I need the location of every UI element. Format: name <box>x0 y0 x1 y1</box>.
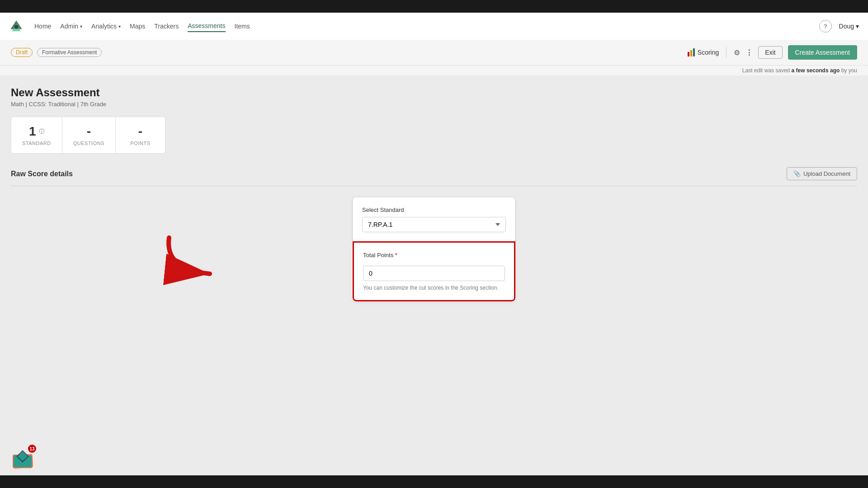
navbar-left: Home Admin ▾ Analytics ▾ Maps Trackers A… <box>9 19 250 33</box>
total-points-input[interactable] <box>363 266 505 281</box>
sub-header-right: Scoring ⚙ ⋮ Exit Create Assessment <box>688 45 857 60</box>
scoring-icon <box>688 48 695 56</box>
divider <box>726 47 726 58</box>
user-name: Doug <box>839 23 854 30</box>
required-star: * <box>393 252 397 258</box>
scoring-button[interactable]: Scoring <box>688 48 719 56</box>
save-suffix: by you <box>841 67 857 74</box>
analytics-chevron: ▾ <box>118 24 121 29</box>
draft-badge: Draft <box>11 48 33 57</box>
formative-badge: Formative Assessment <box>37 48 102 57</box>
help-button[interactable]: ? <box>819 20 832 33</box>
user-menu[interactable]: Doug ▾ <box>839 23 859 30</box>
sub-header: Draft Formative Assessment Scoring ⚙ ⋮ E… <box>0 40 868 66</box>
standard-value: 1 <box>29 124 36 139</box>
form-card: Select Standard 7.RP.A.1 Total Points * … <box>353 197 515 301</box>
assessment-meta: Math | CCSS: Traditional | 7th Grade <box>11 101 857 108</box>
app-logo[interactable] <box>9 19 24 33</box>
save-time: a few seconds ago <box>792 67 840 74</box>
form-card-top: Select Standard 7.RP.A.1 <box>353 197 515 241</box>
points-value: - <box>138 124 142 139</box>
navbar: Home Admin ▾ Analytics ▾ Maps Trackers A… <box>0 13 868 40</box>
scoring-label: Scoring <box>698 49 719 56</box>
arrow-annotation <box>156 233 237 289</box>
stat-standard: 1 ⓘ STANDARD <box>11 117 62 154</box>
save-text: Last edit was saved <box>742 67 790 74</box>
chat-widget[interactable]: 13 <box>11 446 34 470</box>
form-card-bottom: Total Points * You can customize the cut… <box>353 241 515 301</box>
total-points-label: Total Points * <box>363 252 505 258</box>
standard-info-icon[interactable]: ⓘ <box>39 128 44 136</box>
nav-home[interactable]: Home <box>34 21 51 32</box>
save-notice: Last edit was saved a few seconds ago by… <box>0 66 868 75</box>
svg-point-2 <box>14 25 18 29</box>
nav-assessments[interactable]: Assessments <box>188 20 225 32</box>
nav-admin[interactable]: Admin ▾ <box>60 21 82 32</box>
main-content: New Assessment Math | CCSS: Traditional … <box>0 75 868 488</box>
nav-trackers[interactable]: Trackers <box>154 21 179 32</box>
user-chevron: ▾ <box>856 23 859 30</box>
upload-document-button[interactable]: 📎 Upload Document <box>787 167 857 180</box>
create-assessment-button[interactable]: Create Assessment <box>788 45 857 60</box>
nav-analytics[interactable]: Analytics ▾ <box>91 21 121 32</box>
stats-row: 1 ⓘ STANDARD - QUESTIONS - POINTS <box>11 117 857 154</box>
bottom-bar <box>0 475 868 488</box>
raw-score-section-header: Raw Score details 📎 Upload Document <box>11 167 857 186</box>
chat-badge: 13 <box>28 445 36 453</box>
questions-value: - <box>87 124 91 139</box>
navbar-right: ? Doug ▾ <box>819 20 859 33</box>
questions-label: QUESTIONS <box>73 141 104 146</box>
nav-items[interactable]: Items <box>235 21 250 32</box>
stat-points: - POINTS <box>116 117 165 154</box>
admin-chevron: ▾ <box>80 24 82 29</box>
nav-links: Home Admin ▾ Analytics ▾ Maps Trackers A… <box>34 20 250 32</box>
assessment-title: New Assessment <box>11 86 857 99</box>
settings-button[interactable]: ⚙ <box>734 48 740 57</box>
select-standard-label: Select Standard <box>362 206 506 213</box>
form-area: Select Standard 7.RP.A.1 Total Points * … <box>11 197 857 301</box>
top-bar <box>0 0 868 13</box>
paperclip-icon: 📎 <box>793 170 801 177</box>
exit-button[interactable]: Exit <box>758 46 782 59</box>
nav-maps[interactable]: Maps <box>130 21 145 32</box>
standard-select[interactable]: 7.RP.A.1 <box>362 217 506 232</box>
more-options-button[interactable]: ⋮ <box>745 48 753 57</box>
standard-label: STANDARD <box>22 141 51 146</box>
stat-questions: - QUESTIONS <box>62 117 116 154</box>
raw-score-title: Raw Score details <box>11 170 73 178</box>
scoring-hint: You can customize the cut scores in the … <box>363 285 505 291</box>
points-label: POINTS <box>127 141 154 146</box>
sub-header-left: Draft Formative Assessment <box>11 48 102 57</box>
upload-label: Upload Document <box>803 170 850 177</box>
